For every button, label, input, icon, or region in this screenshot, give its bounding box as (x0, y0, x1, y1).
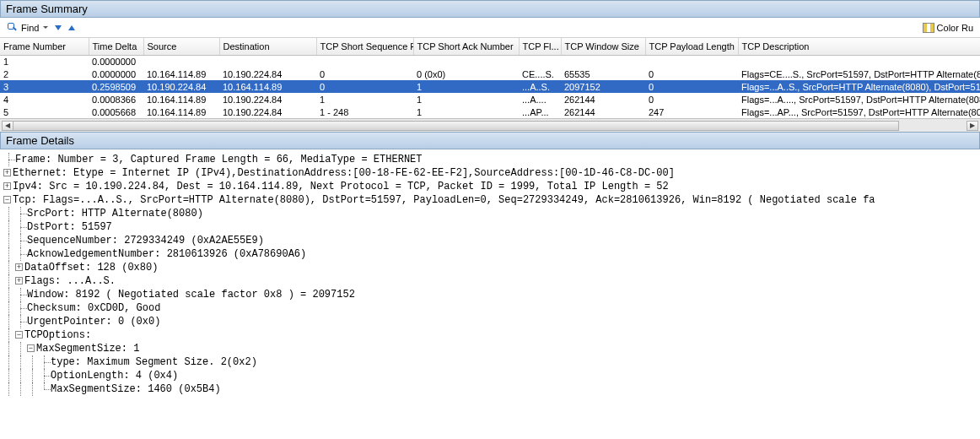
cell-san: 1 (413, 93, 519, 106)
cell-pl: 0 (645, 80, 738, 93)
details-mss[interactable]: MaxSegmentSize: 1 (36, 342, 980, 355)
expand-dataoffset[interactable]: + (15, 263, 23, 271)
cell-dst: 10.164.114.89 (219, 80, 316, 93)
details-urgentptr[interactable]: UrgentPointer: 0 (0x0) (27, 315, 980, 328)
cell-dst (219, 55, 316, 68)
cell-san: 1 (413, 106, 519, 118)
cell-src (143, 55, 219, 68)
cell-fl: ...A..S. (519, 80, 561, 93)
scroll-thumb[interactable] (13, 121, 899, 131)
col-tcp-short-seq[interactable]: TCP Short Sequence Range (316, 38, 413, 55)
cell-fl (519, 55, 561, 68)
details-flags[interactable]: Flags: ...A..S. (24, 274, 980, 288)
cell-ssr: 0 (316, 80, 413, 93)
col-time-delta[interactable]: Time Delta (89, 38, 143, 55)
details-checksum[interactable]: Checksum: 0xCD0D, Good (27, 301, 980, 315)
arrow-down-icon (55, 25, 62, 30)
cell-pl: 247 (645, 106, 738, 118)
frame-summary-grid[interactable]: Frame Number Time Delta Source Destinati… (0, 38, 980, 118)
summary-toolbar: Find Color Ru (0, 18, 980, 38)
expand-ethernet[interactable]: + (3, 169, 11, 176)
cell-pl: 0 (645, 93, 738, 106)
col-destination[interactable]: Destination (219, 38, 316, 55)
details-seqnum[interactable]: SequenceNumber: 2729334249 (0xA2AE55E9) (27, 234, 980, 247)
col-frame-number[interactable]: Frame Number (0, 38, 89, 55)
frame-summary-header: Frame Summary (0, 0, 980, 18)
cell-pl (645, 55, 738, 68)
col-tcp-flags[interactable]: TCP Fl... (519, 38, 561, 55)
details-window[interactable]: Window: 8192 ( Negotiated scale factor 0… (27, 288, 980, 301)
cell-san (413, 55, 519, 68)
cell-san: 1 (413, 80, 519, 93)
frame-details-header: Frame Details (0, 132, 980, 149)
expand-tcpoptions[interactable]: − (15, 331, 23, 339)
prev-button[interactable] (65, 24, 78, 32)
cell-fn: 2 (0, 68, 89, 80)
table-row[interactable]: 40.000836610.164.114.8910.190.224.8411..… (0, 93, 980, 106)
scroll-right-button[interactable]: ▶ (967, 121, 978, 131)
cell-src: 10.164.114.89 (143, 68, 219, 80)
cell-ssr: 1 - 248 (316, 106, 413, 118)
details-tcpoptions[interactable]: TCPOptions: (24, 328, 980, 342)
col-tcp-window[interactable]: TCP Window Size (561, 38, 645, 55)
next-button[interactable] (51, 24, 65, 32)
details-ipv4[interactable]: Ipv4: Src = 10.190.224.84, Dest = 10.164… (13, 180, 980, 193)
expand-tcp[interactable]: − (3, 196, 11, 203)
cell-fn: 5 (0, 106, 89, 118)
cell-src: 10.190.224.84 (143, 80, 219, 93)
table-row[interactable]: 10.0000000 (0, 55, 980, 68)
cell-desc (738, 55, 980, 68)
cell-desc: Flags=...A..S., SrcPort=HTTP Alternate(8… (738, 80, 980, 93)
arrow-up-icon (68, 25, 75, 30)
details-srcport[interactable]: SrcPort: HTTP Alternate(8080) (27, 207, 980, 220)
cell-ws: 262144 (561, 106, 645, 118)
cell-pl: 0 (645, 68, 738, 80)
cell-fl: ...AP... (519, 106, 561, 118)
cell-ssr: 1 (316, 93, 413, 106)
cell-san: 0 (0x0) (413, 68, 519, 80)
details-mss-type[interactable]: type: Maximum Segment Size. 2(0x2) (51, 355, 980, 369)
details-mss-size[interactable]: MaxSegmentSize: 1460 (0x5B4) (51, 382, 980, 396)
details-ethernet[interactable]: Ethernet: Etype = Internet IP (IPv4),Des… (13, 166, 980, 180)
cell-ssr: 0 (316, 68, 413, 80)
col-tcp-desc[interactable]: TCP Description (738, 38, 980, 55)
find-button[interactable]: Find (3, 20, 51, 35)
cell-src: 10.164.114.89 (143, 106, 219, 118)
cell-td: 0.2598509 (89, 80, 143, 93)
cell-ws: 65535 (561, 68, 645, 80)
cell-fl: CE....S. (519, 68, 561, 80)
details-tcp[interactable]: Tcp: Flags=...A..S., SrcPort=HTTP Altern… (13, 193, 980, 207)
table-row[interactable]: 30.259850910.190.224.8410.164.114.8901..… (0, 80, 980, 93)
color-rules-button[interactable]: Color Ru (919, 21, 977, 35)
col-tcp-payload[interactable]: TCP Payload Length (645, 38, 738, 55)
scroll-left-button[interactable]: ◀ (2, 121, 13, 131)
cell-ssr (316, 55, 413, 68)
horizontal-scrollbar[interactable]: ◀ ▶ (0, 118, 980, 132)
cell-desc: Flags=CE....S., SrcPort=51597, DstPort=H… (738, 68, 980, 80)
color-rules-icon (923, 23, 934, 33)
cell-dst: 10.190.224.84 (219, 106, 316, 118)
expand-mss[interactable]: − (27, 344, 35, 352)
expand-flags[interactable]: + (15, 277, 23, 285)
details-frame[interactable]: Frame: Number = 3, Captured Frame Length… (15, 153, 980, 166)
details-dstport[interactable]: DstPort: 51597 (27, 220, 980, 234)
details-dataoffset[interactable]: DataOffset: 128 (0x80) (24, 261, 980, 274)
frame-details-tree[interactable]: Frame: Number = 3, Captured Frame Length… (0, 149, 980, 399)
cell-fn: 1 (0, 55, 89, 68)
cell-desc: Flags=...AP..., SrcPort=51597, DstPort=H… (738, 106, 980, 118)
cell-ws: 2097152 (561, 80, 645, 93)
cell-td: 0.0000000 (89, 55, 143, 68)
details-acknum[interactable]: AcknowledgementNumber: 2810613926 (0xA78… (27, 247, 980, 261)
details-mss-optlen[interactable]: OptionLength: 4 (0x4) (51, 369, 980, 382)
col-tcp-short-ack[interactable]: TCP Short Ack Number (413, 38, 519, 55)
cell-dst: 10.190.224.84 (219, 68, 316, 80)
col-source[interactable]: Source (143, 38, 219, 55)
dropdown-icon (43, 26, 48, 29)
cell-ws (561, 55, 645, 68)
cell-ws: 262144 (561, 93, 645, 106)
expand-ipv4[interactable]: + (3, 182, 11, 190)
table-row[interactable]: 20.000000010.164.114.8910.190.224.8400 (… (0, 68, 980, 80)
cell-td: 0.0005668 (89, 106, 143, 118)
cell-fl: ...A.... (519, 93, 561, 106)
table-row[interactable]: 50.000566810.164.114.8910.190.224.841 - … (0, 106, 980, 118)
